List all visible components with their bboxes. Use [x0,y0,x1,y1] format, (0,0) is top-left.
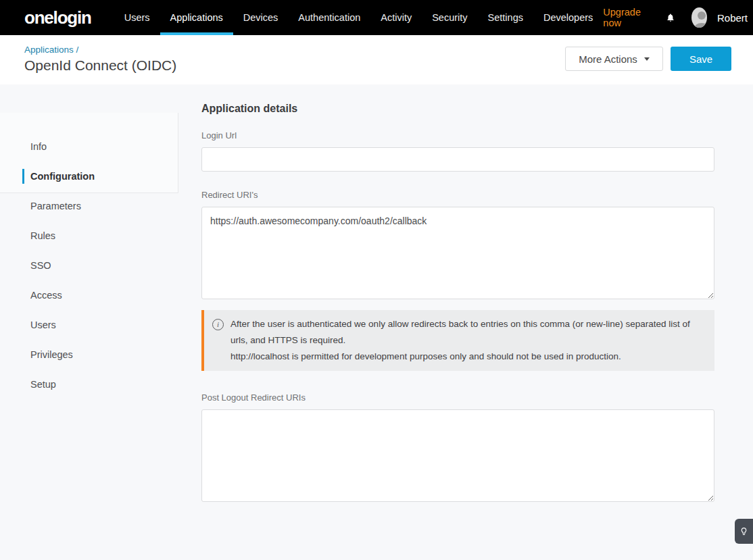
sidebar-item-setup[interactable]: Setup [0,370,178,399]
nav-item-devices[interactable]: Devices [233,0,289,35]
post-logout-redirect-uris-textarea[interactable] [201,409,714,502]
configuration-form: Application details Login Url Redirect U… [201,84,714,502]
sidebar-item-label: Access [30,290,62,301]
breadcrumb[interactable]: Applications / [24,45,78,55]
redirect-uris-label: Redirect URI's [201,190,714,200]
sidebar-item-label: Setup [30,379,56,390]
save-label: Save [689,53,712,65]
info-note-text: After the user is authenticated we only … [230,316,704,365]
nav-item-authentication[interactable]: Authentication [288,0,370,35]
nav-item-label: Settings [488,12,523,23]
top-nav-menu: Users Applications Devices Authenticatio… [114,0,604,35]
sidebar-item-users[interactable]: Users [0,310,178,340]
screen: onelogin Users Applications Devices Auth… [0,0,753,560]
nav-item-developers[interactable]: Developers [533,0,603,35]
sidebar-item-rules[interactable]: Rules [0,221,178,251]
onelogin-logo[interactable]: onelogin [24,0,91,35]
sidebar-item-label: SSO [30,260,51,271]
info-note-line-2: http://localhost is permitted for develo… [230,349,704,365]
content-area: Info Configuration Parameters Rules SSO … [0,84,753,560]
header-actions: More Actions Save [565,47,731,71]
sidebar-item-label: Rules [30,230,55,241]
login-url-input[interactable] [201,147,714,172]
redirect-uris-textarea[interactable]: https://auth.awesomecompany.com/oauth2/c… [201,207,714,299]
sidebar-item-parameters[interactable]: Parameters [0,191,178,221]
avatar-shoulders-shape [694,23,707,28]
nav-item-label: Authentication [298,12,360,23]
more-actions-button[interactable]: More Actions [565,47,663,71]
avatar-head-shape [698,11,706,20]
more-actions-label: More Actions [579,53,637,65]
nav-item-activity[interactable]: Activity [370,0,422,35]
section-title: Application details [201,103,714,115]
nav-item-security[interactable]: Security [422,0,477,35]
nav-item-label: Devices [243,12,278,23]
caret-down-icon [644,57,650,61]
sidebar-item-sso[interactable]: SSO [0,251,178,280]
nav-item-label: Security [432,12,467,23]
login-url-label: Login Url [201,130,714,141]
sidebar-item-privileges[interactable]: Privileges [0,340,178,370]
nav-item-label: Developers [543,12,593,23]
user-avatar[interactable] [691,7,707,28]
user-name[interactable]: Robert [717,12,748,24]
redirect-uris-info-note: i After the user is authenticated we onl… [201,310,714,371]
nav-item-users[interactable]: Users [114,0,160,35]
sidebar-item-label: Info [30,141,47,152]
help-tips-tab[interactable] [735,519,753,544]
nav-item-settings[interactable]: Settings [478,0,533,35]
top-navigation: onelogin Users Applications Devices Auth… [0,0,753,35]
nav-item-label: Applications [170,12,223,23]
lightbulb-icon [739,527,748,536]
sidebar-item-configuration[interactable]: Configuration [0,161,178,191]
page-header: Applications / OpenId Connect (OIDC) Mor… [0,35,753,84]
info-circle-icon: i [212,319,224,330]
upgrade-now-link[interactable]: Upgrade now [603,7,648,28]
sidebar-item-info[interactable]: Info [0,132,178,161]
nav-item-label: Users [124,12,150,23]
nav-item-label: Activity [381,12,412,23]
nav-item-applications[interactable]: Applications [160,0,233,35]
post-logout-redirect-uris-label: Post Logout Redirect URIs [201,392,714,403]
bell-icon[interactable] [666,11,675,24]
sidebar-item-label: Parameters [30,201,81,211]
sidebar-item-label: Configuration [30,171,95,182]
save-button[interactable]: Save [671,47,731,71]
info-note-line-1: After the user is authenticated we only … [230,316,704,349]
sidebar-item-access[interactable]: Access [0,280,178,310]
active-item-indicator [22,169,24,184]
app-sidebar-menu: Info Configuration Parameters Rules SSO … [0,132,178,399]
sidebar-item-label: Users [30,320,56,330]
sidebar-item-label: Privileges [30,349,73,360]
top-nav-right: Upgrade now Robert [603,0,748,35]
